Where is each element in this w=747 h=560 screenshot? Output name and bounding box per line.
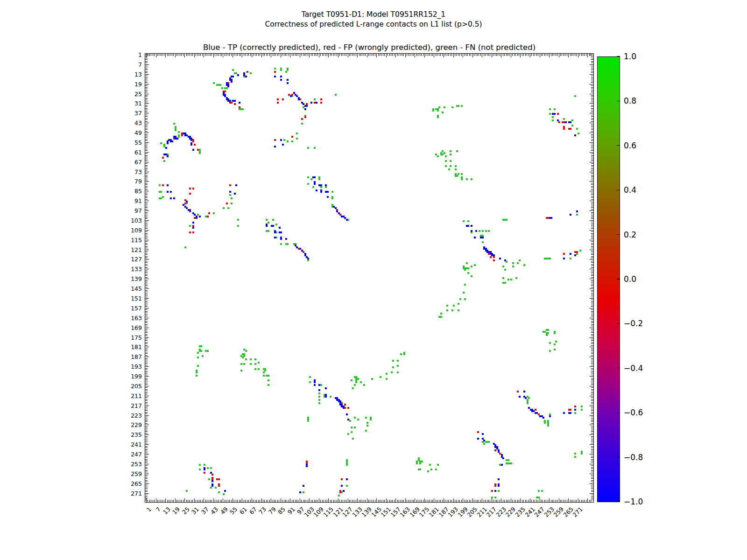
y-tick-label: 127 [122, 256, 142, 263]
contact-point-fp [570, 409, 571, 411]
contact-point-tp [186, 201, 188, 203]
contact-point-tp [192, 149, 194, 151]
y-tick-label: 133 [122, 266, 142, 273]
contact-point-fp [490, 256, 492, 258]
contact-point-fn [419, 462, 421, 464]
contact-point-fn [349, 420, 351, 422]
colorbar-tick-label: 0.8 [624, 97, 652, 105]
contact-point-fn [471, 266, 472, 267]
contact-point-fn [523, 264, 525, 266]
contact-point-fn [207, 350, 209, 352]
contact-point-fp [576, 251, 578, 253]
contact-point-tp [576, 210, 578, 212]
contact-point-tp [279, 227, 281, 229]
contact-point-fn [291, 140, 293, 142]
contact-point-tp [176, 138, 178, 140]
contact-point-fn [450, 150, 451, 152]
contact-point-tp [493, 254, 495, 256]
contact-point-tp [570, 121, 571, 123]
contact-point-fn [318, 402, 320, 404]
contact-point-fn [574, 412, 576, 414]
contact-point-fn [507, 279, 509, 280]
contact-point-fn [512, 266, 514, 267]
contact-point-fn [226, 87, 228, 89]
y-major-ticks-left [145, 55, 149, 501]
contact-point-fn [357, 378, 359, 380]
contact-point-fn [448, 168, 450, 170]
contact-point-fn [223, 207, 225, 209]
contact-point-tp [482, 237, 484, 238]
contact-point-fp [204, 472, 205, 474]
figure-title: Target T0951-D1: Model T0951RR152_1Corre… [0, 10, 747, 29]
colorbar-tick-label: 0.4 [624, 186, 652, 194]
y-tick-label: 199 [122, 373, 142, 380]
y-tick-label: 79 [122, 178, 142, 185]
contact-point-tp [499, 258, 501, 259]
contact-point-fn [581, 453, 583, 455]
y-tick-label: 73 [122, 169, 142, 175]
contact-point-tp [570, 412, 571, 414]
contact-point-tp [316, 102, 317, 104]
contact-point-tp [303, 485, 304, 487]
contact-point-tp [280, 79, 282, 81]
y-tick-label: 151 [122, 295, 142, 302]
contact-point-tp [314, 381, 316, 383]
contact-point-fn [458, 309, 459, 311]
contact-point-tp [325, 184, 327, 186]
contact-point-fn [403, 353, 405, 355]
contact-point-fn [357, 419, 359, 420]
y-tick-label: 139 [122, 276, 142, 282]
contact-point-tp [274, 146, 276, 147]
contact-point-fn [202, 355, 204, 357]
contact-point-fn [549, 350, 551, 352]
contact-point-tp [563, 258, 565, 259]
contact-point-fn [446, 309, 448, 311]
contact-point-fn [309, 381, 311, 383]
contact-point-fn [197, 357, 199, 358]
contact-map-plot-area [145, 53, 594, 503]
y-tick-label: 109 [122, 227, 142, 234]
contact-point-fp [162, 157, 164, 159]
contact-point-fn [215, 487, 217, 489]
figure-title-line1: Target T0951-D1: Model T0951RR152_1 [302, 10, 445, 19]
y-minor-ticks-right [591, 55, 593, 501]
y-tick-label: 49 [122, 130, 142, 136]
contact-point-fn [555, 341, 557, 343]
contact-point-fn [549, 342, 551, 344]
contact-point-fn [451, 309, 453, 311]
y-tick-label: 67 [122, 159, 142, 166]
contact-point-fn [351, 431, 352, 433]
contact-point-fp [320, 98, 322, 100]
contact-point-tp [574, 134, 576, 136]
y-tick-label: 91 [122, 198, 142, 204]
contact-point-tp [290, 95, 292, 97]
contact-point-fp [192, 231, 194, 233]
contact-point-fn [204, 464, 205, 466]
contact-point-fn [200, 350, 202, 352]
contact-point-tp [190, 144, 192, 146]
contact-point-fn [456, 175, 458, 177]
contact-point-fn [296, 138, 298, 140]
contact-point-fn [444, 152, 445, 154]
contact-point-fn [467, 272, 469, 274]
contact-point-fp [291, 136, 293, 138]
contact-point-fn [208, 478, 210, 480]
contact-point-fn [207, 467, 209, 469]
contact-point-fn [178, 131, 180, 133]
contact-point-tp [338, 212, 340, 214]
y-tick-label: 211 [122, 393, 142, 399]
contact-point-tp [327, 191, 329, 193]
contact-point-fn [318, 392, 320, 394]
contact-point-fn [432, 110, 434, 112]
contact-point-tp [167, 155, 169, 157]
contact-point-tp [570, 253, 571, 255]
contact-point-tp [280, 76, 282, 77]
contact-point-fn [464, 298, 466, 300]
contact-point-fn [502, 266, 504, 267]
contact-point-fn [287, 140, 289, 142]
colorbar-tick [617, 234, 620, 235]
contact-point-fn [250, 358, 252, 360]
contact-point-fn [310, 178, 312, 180]
contact-point-fn [467, 220, 469, 222]
y-minor-ticks-left [145, 55, 148, 501]
